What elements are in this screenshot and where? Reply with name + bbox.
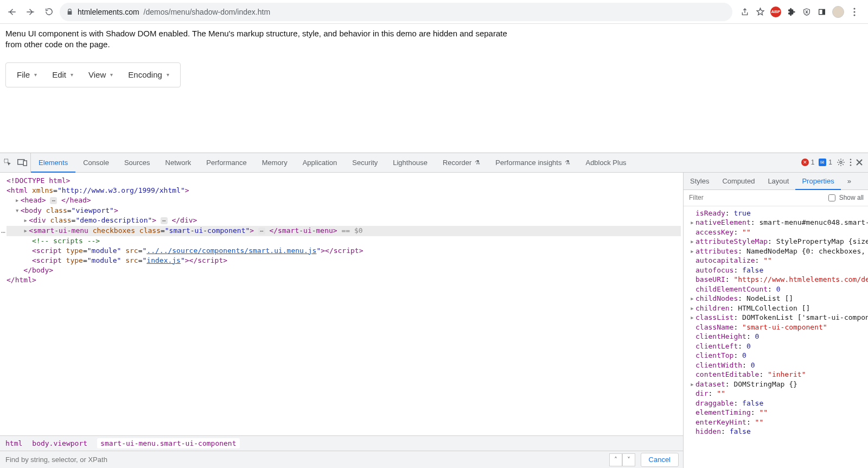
profile-avatar[interactable] [832, 6, 844, 18]
flask-icon: ⚗ [565, 159, 570, 166]
svg-point-11 [850, 165, 852, 166]
kebab-menu-icon[interactable] [850, 7, 859, 17]
side-panel-icon[interactable] [817, 7, 827, 17]
tab-performance-insights[interactable]: Performance insights⚗ [488, 153, 578, 172]
dom-selected-node[interactable]: ▸<smart-ui-menu checkboxes class="smart-… [7, 226, 681, 236]
address-bar[interactable]: htmlelements.com/demos/menu/shadow-dom/i… [60, 3, 732, 21]
svg-point-10 [850, 162, 852, 163]
property-row[interactable]: ▸childNodes: NodeList [] [686, 294, 868, 303]
property-row[interactable]: childElementCount: 0 [686, 284, 868, 294]
demo-description: Menu UI component is with Shadow DOM ena… [5, 28, 521, 50]
abp-extension-icon[interactable]: ABP [770, 7, 781, 17]
property-row[interactable]: accessKey: "" [686, 227, 868, 237]
property-row[interactable]: ▸children: HTMLCollection [] [686, 303, 868, 313]
properties-list[interactable]: isReady: true▸nativeElement: smart-menu#… [684, 206, 868, 469]
kebab-menu-icon[interactable] [850, 159, 852, 166]
property-row[interactable]: elementTiming: "" [686, 408, 868, 418]
reload-icon [44, 7, 54, 16]
smart-menu[interactable]: File▾ Edit▾ View▾ Encoding▾ [5, 62, 181, 87]
tab-computed[interactable]: Computed [716, 173, 761, 189]
elements-panel: <!DOCTYPE html> <html xmlns="http://www.… [0, 173, 684, 469]
menu-item-label: View [88, 70, 106, 79]
show-all-checkbox[interactable] [828, 194, 835, 201]
property-row[interactable]: hidden: false [686, 427, 868, 437]
tab-network[interactable]: Network [158, 153, 199, 172]
property-row[interactable]: clientLeft: 0 [686, 341, 868, 351]
gear-icon[interactable] [837, 158, 845, 167]
property-row[interactable]: enterKeyHint: "" [686, 418, 868, 427]
menu-item-encoding[interactable]: Encoding▾ [120, 63, 177, 87]
tab-security[interactable]: Security [344, 153, 385, 172]
property-row[interactable]: ▸dataset: DOMStringMap {} [686, 380, 868, 389]
tab-recorder[interactable]: Recorder⚗ [435, 153, 488, 172]
crumb-selected[interactable]: smart-ui-menu.smart-ui-component [97, 438, 239, 448]
menu-item-file[interactable]: File▾ [9, 63, 44, 87]
tab-sources[interactable]: Sources [117, 153, 158, 172]
device-toolbar-icon[interactable] [17, 159, 27, 166]
url-path: /demos/menu/shadow-dom/index.htm [144, 8, 270, 16]
svg-rect-1 [822, 9, 825, 14]
property-row[interactable]: ▸attributeStyleMap: StylePropertyMap {si… [686, 237, 868, 246]
forward-button[interactable] [23, 4, 38, 20]
filter-input[interactable] [688, 193, 822, 202]
find-input[interactable] [0, 453, 609, 466]
property-row[interactable]: autofocus: false [686, 265, 868, 275]
reload-button[interactable] [41, 4, 56, 20]
browser-toolbar: htmlelements.com/demos/menu/shadow-dom/i… [0, 0, 868, 24]
star-icon[interactable] [755, 7, 765, 17]
menu-item-view[interactable]: View▾ [81, 63, 120, 87]
property-row[interactable]: autocapitalize: "" [686, 256, 868, 265]
tab-lighthouse[interactable]: Lighthouse [385, 153, 435, 172]
lock-icon [66, 8, 73, 15]
property-row[interactable]: draggable: false [686, 399, 868, 408]
chevron-down-icon: ▾ [110, 72, 113, 78]
property-row[interactable]: ▸attributes: NamedNodeMap {0: checkboxes… [686, 246, 868, 256]
show-all-toggle[interactable]: Show all [826, 193, 864, 203]
property-row[interactable]: clientTop: 0 [686, 351, 868, 361]
menu-item-label: Edit [52, 70, 66, 79]
crumb-html[interactable]: html [5, 439, 22, 447]
property-row[interactable]: baseURI: "https://www.htmlelements.com/d… [686, 275, 868, 284]
tab-styles[interactable]: Styles [684, 173, 716, 189]
chevron-down-icon: ▾ [167, 72, 169, 78]
error-count[interactable]: ✕1 [801, 159, 815, 166]
menu-item-label: File [17, 70, 30, 79]
back-button[interactable] [4, 4, 20, 20]
tab-layout[interactable]: Layout [761, 173, 795, 189]
find-cancel-button[interactable]: Cancel [641, 453, 679, 467]
tab-memory[interactable]: Memory [254, 153, 295, 172]
brave-icon[interactable] [802, 7, 812, 17]
close-icon[interactable] [856, 159, 863, 166]
property-row[interactable]: className: "smart-ui-component" [686, 322, 868, 332]
extensions-icon[interactable] [787, 7, 796, 17]
crumb-body[interactable]: body.viewport [32, 439, 87, 447]
tab-application[interactable]: Application [295, 153, 345, 172]
tab-adblock-plus[interactable]: Adblock Plus [578, 153, 634, 172]
tab-elements[interactable]: Elements [31, 153, 75, 172]
property-row[interactable]: contentEditable: "inherit" [686, 370, 868, 380]
message-icon: ✉ [819, 159, 826, 166]
property-row[interactable]: ▸classList: DOMTokenList ['smart-ui-comp… [686, 313, 868, 322]
find-bar: ˄ ˅ Cancel [0, 451, 683, 468]
menu-item-edit[interactable]: Edit▾ [44, 63, 81, 87]
message-count[interactable]: ✉1 [819, 159, 832, 166]
property-row[interactable]: ▸nativeElement: smart-menu#menuc048.smar… [686, 218, 868, 227]
share-icon[interactable] [740, 7, 750, 17]
devtools-tabs: Elements Console Sources Network Perform… [0, 153, 868, 173]
inspect-icon[interactable] [3, 158, 12, 167]
dom-doctype: <!DOCTYPE html> [7, 176, 70, 185]
tab-console[interactable]: Console [75, 153, 117, 172]
breadcrumb[interactable]: html body.viewport smart-ui-menu.smart-u… [0, 435, 683, 451]
property-row[interactable]: clientHeight: 0 [686, 332, 868, 341]
more-tabs-icon[interactable]: » [841, 173, 858, 189]
property-row[interactable]: isReady: true [686, 208, 868, 218]
svg-point-2 [853, 8, 855, 9]
find-prev-button[interactable]: ˄ [609, 453, 622, 466]
properties-filter: Show all [684, 190, 868, 206]
find-next-button[interactable]: ˅ [622, 453, 635, 466]
dom-tree[interactable]: <!DOCTYPE html> <html xmlns="http://www.… [0, 173, 683, 436]
property-row[interactable]: clientWidth: 0 [686, 361, 868, 370]
tab-performance[interactable]: Performance [199, 153, 254, 172]
property-row[interactable]: dir: "" [686, 389, 868, 399]
tab-properties[interactable]: Properties [795, 173, 840, 189]
